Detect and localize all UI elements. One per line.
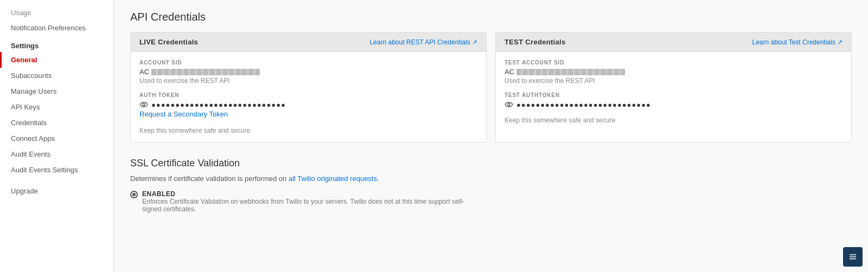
ssl-desc-link: all Twilio originated requests [289, 174, 377, 183]
test-card-header: TEST Credentials Learn about Test Creden… [496, 33, 851, 52]
credentials-row: LIVE Credentials Learn about REST API Cr… [130, 32, 852, 143]
ssl-desc-plain: Determines if certificate validation is … [130, 174, 289, 183]
test-safe-note: Keep this somewhere safe and secure [505, 116, 843, 124]
request-secondary-token-link[interactable]: Request a Secondary Token [139, 110, 228, 118]
account-sid-value: AC [139, 68, 477, 76]
test-card-title: TEST Credentials [505, 38, 565, 46]
account-sid-desc: Used to exercise the REST API [139, 77, 477, 85]
live-card-title: LIVE Credentials [139, 38, 198, 46]
sidebar-item-api-keys[interactable]: API Keys [0, 99, 113, 115]
eye-icon-test[interactable] [505, 100, 513, 109]
test-card-body: TEST ACCOUNT SID AC Used to exercise the… [496, 52, 851, 132]
account-sid-prefix: AC [139, 68, 149, 76]
corner-button[interactable] [843, 247, 863, 267]
ssl-enabled-radio-dot [132, 193, 136, 196]
ssl-title: SSL Certificate Validation [130, 158, 852, 169]
learn-test-credentials-link[interactable]: Learn about Test Credentials ↗ [752, 38, 843, 46]
eye-icon-live[interactable] [139, 100, 148, 109]
ssl-description: Determines if certificate validation is … [130, 174, 852, 183]
svg-point-2 [505, 102, 512, 107]
ssl-enabled-radio[interactable] [130, 191, 138, 198]
learn-rest-api-link[interactable]: Learn about REST API Credentials ↗ [369, 38, 477, 46]
ssl-enabled-desc: Enforces Certificate Validation on webho… [142, 198, 478, 213]
sidebar-item-subaccounts[interactable]: Subaccounts [0, 68, 113, 83]
test-account-sid-redacted [516, 69, 625, 75]
svg-point-0 [140, 102, 147, 107]
sidebar-item-audit-events-settings[interactable]: Audit Events Settings [0, 162, 113, 178]
auth-token-label: AUTH TOKEN [139, 92, 477, 98]
sidebar-item-notification[interactable]: Notification Preferences [0, 20, 113, 36]
sidebar-item-audit-events[interactable]: Audit Events [0, 146, 113, 162]
sidebar: Usage Notification Preferences Settings … [0, 0, 114, 272]
account-sid-redacted [151, 69, 260, 75]
auth-token-value: ●●●●●●●●●●●●●●●●●●●●●●●●●●●● [139, 100, 477, 109]
sidebar-item-general[interactable]: General [0, 52, 113, 68]
ssl-enabled-content: ENABLED Enforces Certificate Validation … [142, 190, 478, 213]
sidebar-section-settings: Settings [0, 36, 113, 52]
sidebar-item-usage[interactable]: Usage [0, 5, 113, 20]
test-authtoken-masked: ●●●●●●●●●●●●●●●●●●●●●●●●●●●● [516, 101, 651, 109]
account-sid-label: ACCOUNT SID [139, 60, 477, 66]
ssl-desc-end: . [377, 174, 379, 183]
live-credentials-card: LIVE Credentials Learn about REST API Cr… [130, 32, 487, 143]
test-account-sid-label: TEST ACCOUNT SID [505, 60, 843, 66]
ssl-enabled-label: ENABLED [142, 190, 478, 198]
main-content: API Credentials LIVE Credentials Learn a… [114, 0, 868, 272]
ssl-enabled-option: ENABLED Enforces Certificate Validation … [130, 190, 852, 213]
live-card-header: LIVE Credentials Learn about REST API Cr… [131, 33, 486, 52]
test-account-sid-value: AC [505, 68, 843, 76]
test-authtoken-label: TEST AUTHTOKEN [505, 92, 843, 98]
test-account-sid-prefix: AC [505, 68, 514, 76]
live-safe-note: Keep this somewhere safe and secure [139, 127, 477, 134]
auth-token-masked: ●●●●●●●●●●●●●●●●●●●●●●●●●●●● [151, 101, 286, 109]
page-title: API Credentials [130, 11, 852, 23]
svg-point-3 [508, 103, 510, 106]
test-authtoken-value: ●●●●●●●●●●●●●●●●●●●●●●●●●●●● [505, 100, 843, 109]
svg-point-1 [143, 103, 145, 106]
sidebar-item-upgrade[interactable]: Upgrade [0, 183, 113, 199]
sidebar-item-manage-users[interactable]: Manage Users [0, 83, 113, 99]
sidebar-item-credentials[interactable]: Credentials [0, 115, 113, 131]
ssl-section: SSL Certificate Validation Determines if… [130, 158, 852, 213]
sidebar-item-connect-apps[interactable]: Connect Apps [0, 131, 113, 146]
live-card-body: ACCOUNT SID AC Used to exercise the REST… [131, 52, 486, 142]
test-account-sid-desc: Used to exercise the REST API [505, 77, 843, 85]
test-credentials-card: TEST Credentials Learn about Test Creden… [495, 32, 852, 143]
